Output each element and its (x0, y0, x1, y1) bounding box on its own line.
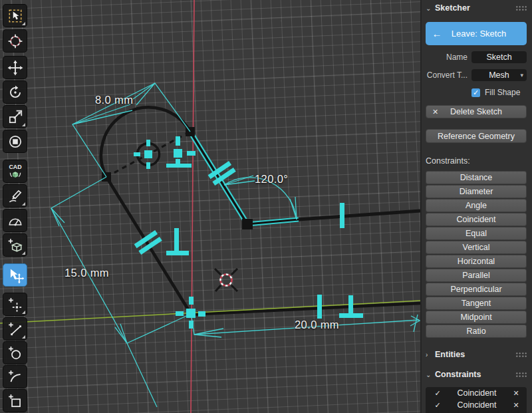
constraint-equal-button[interactable]: Equal (426, 227, 527, 240)
constraint-tangent-button[interactable]: Tangent (426, 297, 527, 310)
blender-cad-sketcher-window: 8.0 mm 120.0° 15.0 mm 20.0 mm (0, 0, 532, 413)
sketch-geometry[interactable] (101, 107, 420, 314)
constraint-angle-button[interactable]: Angle (426, 199, 527, 212)
fill-shape-row[interactable]: ✓ Fill Shape (426, 87, 527, 98)
select-box-icon (7, 8, 23, 24)
convert-type-dropdown[interactable]: Mesh ▾ (471, 69, 527, 81)
drag-handle-icon[interactable] (515, 5, 527, 11)
constraint-parallel-button[interactable]: Parallel (426, 269, 527, 282)
rotate-icon (7, 84, 23, 100)
panel-header-constraints[interactable]: ⌄ Constraints (426, 369, 527, 380)
tool-annotate-button[interactable] (3, 184, 27, 207)
dimension-15mm[interactable] (51, 177, 191, 407)
constraint-list: ✓ Coincident ✕ ✓ Coincident ✕ ✓ Coincide… (426, 387, 527, 413)
dimension-label-20mm[interactable]: 20.0 mm (295, 319, 339, 331)
tool-measure-button[interactable] (3, 209, 27, 232)
add-line-icon (7, 321, 23, 337)
name-input[interactable]: Sketch (471, 51, 527, 63)
transform-icon (7, 134, 23, 150)
dimension-label-8mm[interactable]: 8.0 mm (95, 94, 133, 106)
constraints-title: Constraints (435, 370, 515, 379)
name-field-row: Name Sketch (426, 51, 527, 63)
tool-add-cube-button[interactable] (3, 233, 27, 257)
panel-title: Sketcher (435, 3, 515, 13)
constraint-list-item[interactable]: ✓ Coincident ✕ (426, 399, 527, 411)
constraint-markers[interactable] (134, 136, 363, 329)
tool-add-rectangle-button[interactable] (3, 389, 27, 412)
constraint-button-stack: Distance Diameter Angle Coincident Equal… (426, 171, 527, 338)
delete-sketch-button[interactable]: ✕ Delete Sketch (426, 105, 527, 118)
drag-handle-icon[interactable] (515, 352, 527, 357)
sketch-line-right[interactable] (299, 211, 420, 219)
leave-sketch-button[interactable]: ← Leave: Sketch (426, 22, 527, 45)
convert-field-row: Convert T... Mesh ▾ (426, 69, 527, 81)
fill-shape-checkbox[interactable]: ✓ (471, 88, 480, 97)
tool-add-point-button[interactable] (3, 293, 27, 316)
constraint-diameter-button[interactable]: Diameter (426, 185, 527, 198)
chevron-down-icon[interactable]: ⌄ (426, 371, 435, 378)
perpendicular-constraint-icon-1[interactable] (166, 228, 189, 255)
constraint-perpendicular-button[interactable]: Perpendicular (426, 283, 527, 296)
close-icon[interactable]: ✕ (511, 401, 521, 410)
tool-transform-button[interactable] (3, 130, 27, 153)
reference-geometry-button[interactable]: Reference Geometry (426, 129, 527, 143)
toolbar: CAD (0, 0, 31, 413)
dimension-label-15mm[interactable]: 15.0 mm (65, 267, 109, 279)
annotate-icon (7, 188, 23, 204)
convert-type-value: Mesh (489, 70, 509, 80)
reference-geometry-label: Reference Geometry (438, 132, 515, 141)
check-icon[interactable]: ✓ (432, 389, 443, 398)
viewport-3d[interactable]: 8.0 mm 120.0° 15.0 mm 20.0 mm (0, 0, 420, 413)
add-circle-icon (7, 345, 23, 361)
tool-add-arc-button[interactable] (3, 365, 27, 388)
select-move-icon (7, 267, 24, 284)
midpoint-constraint-icon[interactable] (166, 136, 196, 168)
sketch-canvas[interactable] (0, 0, 420, 413)
add-cube-icon (7, 237, 23, 253)
constraint-list-item[interactable]: ✓ Coincident ✕ (426, 387, 527, 399)
constraint-distance-button[interactable]: Distance (426, 171, 527, 184)
close-icon: ✕ (432, 108, 438, 116)
origin-point[interactable] (176, 297, 205, 329)
tool-group-indicator (22, 202, 25, 206)
tool-cad-transform-button[interactable]: CAD (3, 160, 27, 183)
tool-group-indicator (22, 311, 25, 314)
add-rectangle-icon (7, 393, 23, 409)
tool-add-circle-button[interactable] (3, 341, 27, 364)
axis-y-red (191, 0, 194, 413)
close-icon[interactable]: ✕ (511, 389, 521, 398)
tool-select-move-button-active[interactable] (3, 263, 27, 287)
measure-icon (7, 213, 23, 229)
tool-add-line-button[interactable] (3, 317, 27, 341)
chevron-right-icon[interactable]: › (426, 351, 435, 358)
tool-scale-button[interactable] (3, 105, 27, 128)
tool-cursor-button[interactable] (3, 29, 27, 53)
chevron-down-icon[interactable]: ⌄ (426, 5, 435, 12)
tool-rotate-button[interactable] (3, 80, 27, 104)
vertical-tick-constraint-2[interactable] (317, 295, 322, 319)
drag-handle-icon[interactable] (515, 372, 527, 377)
cursor-3d[interactable] (215, 269, 237, 291)
delete-sketch-label: Delete Sketch (450, 107, 502, 116)
vertical-tick-constraint-1[interactable] (340, 203, 344, 228)
constraint-vertical-button[interactable]: Vertical (426, 241, 527, 254)
add-arc-icon (7, 369, 23, 385)
sketch-line-bottom[interactable] (189, 303, 420, 315)
sidebar-panel: ⌄ Sketcher ← Leave: Sketch Name Sketch C… (420, 0, 532, 413)
panel-header-sketcher[interactable]: ⌄ Sketcher (426, 3, 527, 13)
entities-title: Entities (435, 350, 515, 359)
constraints-heading: Constraints: (426, 156, 527, 166)
back-arrow-icon: ← (426, 28, 448, 39)
tool-group-indicator (22, 251, 25, 255)
constraint-ratio-button[interactable]: Ratio (426, 325, 527, 338)
constraint-coincident-button[interactable]: Coincident (426, 213, 527, 226)
tool-select-box-button[interactable] (3, 4, 27, 27)
constraint-horizontal-button[interactable]: Horizontal (426, 255, 527, 268)
dimension-label-120deg[interactable]: 120.0° (255, 173, 288, 186)
move-icon (7, 60, 23, 76)
check-icon[interactable]: ✓ (432, 401, 443, 410)
tool-move-button[interactable] (3, 56, 27, 79)
constraint-midpoint-button[interactable]: Midpoint (426, 311, 527, 324)
panel-header-entities[interactable]: › Entities (426, 349, 527, 360)
tool-group-indicator (22, 335, 25, 339)
